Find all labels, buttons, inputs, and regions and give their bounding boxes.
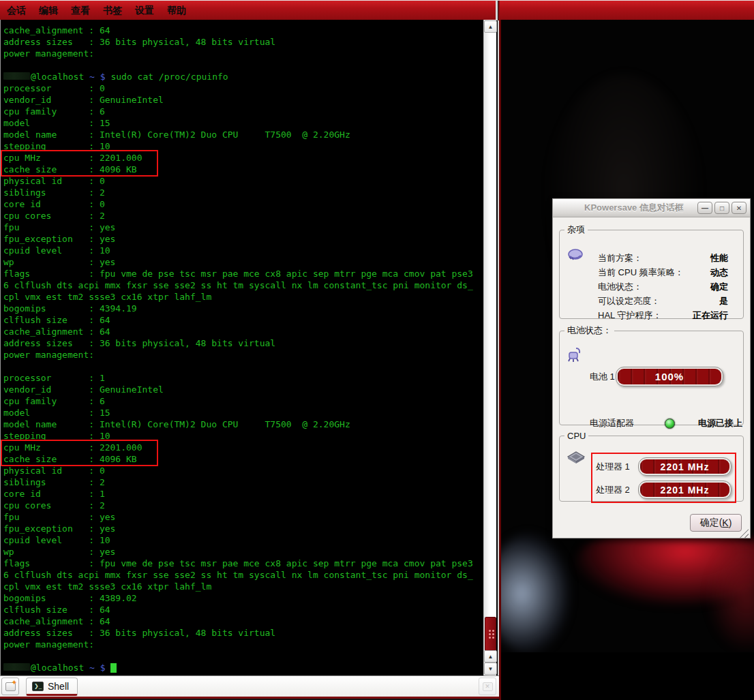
ok-button[interactable]: 确定(K) [690,514,742,532]
scrollbar-thumb[interactable] [485,617,496,651]
menu-help[interactable]: 帮助 [167,5,186,17]
background-photo [501,652,754,700]
menu-items: 会话 编辑 查看 书签 设置 帮助 [7,1,186,20]
power-plug-icon [567,346,584,363]
kpowersave-icon [567,245,584,262]
close-tab-icon: ✕ [483,682,493,691]
terminal-line: address sizes : 36 bits physical, 48 bit… [3,36,473,48]
cpu-row: 处理器 1 2201 MHz [596,457,732,476]
terminal-output: cache_alignment : 64address sizes : 36 b… [1,20,473,673]
scroll-up-icon[interactable]: ▲ [484,20,497,33]
cpu-frequency-bar: 2201 MHz [638,481,732,499]
terminal-line: model : 15 [3,407,473,419]
terminal-line [3,59,473,71]
kpowersave-dialog: KPowersave 信息对话框 — □ ✕ 杂项 [552,198,751,538]
close-tab-button[interactable]: ✕ [479,678,496,695]
terminal-line: processor : 1 [3,372,473,384]
dialog-title: KPowersave 信息对话框 [553,202,697,214]
maximize-button[interactable]: □ [714,202,729,214]
window-separator [496,1,500,20]
menu-edit[interactable]: 编辑 [39,5,58,17]
terminal-line: core id : 0 [3,198,473,210]
terminal-line: cache size : 4096 KB [3,453,473,465]
row-value: 正在运行 [693,309,728,322]
scroll-down-icon[interactable]: ▼ [484,663,497,675]
cpu-rows: 处理器 1 2201 MHz 处理器 2 2201 MHz [596,457,732,499]
terminal-screen[interactable]: cache_alignment : 64address sizes : 36 b… [0,20,499,675]
terminal-scrollbar[interactable]: ▲ ▲ ▼ [483,20,496,675]
row-value: 是 [719,295,728,307]
terminal-line: flags : fpu vme de pse tsc msr pae mce c… [3,268,473,279]
tab-bar: ❯_ Shell ✕ [0,675,499,696]
terminal-line: cache size : 4096 KB [3,164,473,175]
info-row: 当前 CPU 频率策略： 动态 [598,265,728,279]
terminal-line: stepping : 10 [3,430,473,442]
terminal-line: core id : 1 [3,488,473,500]
terminal-line: cache_alignment : 64 [3,615,473,627]
terminal-line: address sizes : 36 bits physical, 48 bit… [3,337,473,349]
terminal-line: cpu cores : 2 [3,210,473,222]
menu-session[interactable]: 会话 [7,5,26,17]
terminal-line: model name : Intel(R) Core(TM)2 Duo CPU … [3,419,473,430]
terminal-line: wp : yes [3,546,473,558]
terminal-line: power management: [3,639,473,650]
terminal-line: cpuid level : 10 [3,245,473,256]
terminal-line: cache_alignment : 64 [3,326,473,337]
info-row: HAL 守护程序： 正在运行 [598,308,728,322]
terminal-line: bogomips : 4389.02 [3,592,473,604]
row-label: 可以设定亮度： [598,295,660,307]
terminal-line: address sizes : 36 bits physical, 48 bit… [3,627,473,639]
terminal-line: 6 clflush dts acpi mmx fxsr sse sse2 ss … [3,279,473,291]
cpu-groupbox: CPU 处理器 1 2201 MHz [559,431,744,502]
row-value: 性能 [710,252,728,264]
terminal-line: power management: [3,48,473,59]
desktop: 会话 编辑 查看 书签 设置 帮助 cache_alignment : 64ad… [0,0,754,700]
info-row: 当前方案： 性能 [598,251,728,265]
terminal-line: power management: [3,349,473,361]
terminal-line: fpu : yes [3,222,473,233]
info-row: 电池状态： 确定 [598,279,728,294]
cpu-frequency-value: 2201 MHz [661,485,710,496]
terminal-line: stepping : 10 [3,140,473,152]
terminal-line [3,650,473,662]
terminal-line: @localhost ~ $ sudo cat /proc/cpuinfo [3,71,473,82]
battery-row: 电池 1 100% [590,367,723,386]
minimize-button[interactable]: — [697,202,712,214]
dialog-titlebar[interactable]: KPowersave 信息对话框 — □ ✕ [553,199,750,217]
row-label: 当前方案： [598,252,642,264]
menu-bookmarks[interactable]: 书签 [103,5,122,17]
scroll-up-icon[interactable]: ▲ [484,650,497,663]
terminal-line: vendor_id : GenuineIntel [3,94,473,106]
cpu-chip-icon [567,451,584,467]
adapter-label: 电源适配器 [590,417,665,429]
terminal-menubar: 会话 编辑 查看 书签 设置 帮助 [0,0,754,20]
terminal-line: cache_alignment : 64 [3,25,473,36]
menu-view[interactable]: 查看 [71,5,90,17]
close-button[interactable]: ✕ [732,202,747,214]
battery-legend: 电池状态： [564,324,614,337]
redacted-username [3,663,30,671]
terminal-line: clflush size : 64 [3,314,473,326]
misc-legend: 杂项 [564,224,588,236]
terminal-line: vendor_id : GenuineIntel [3,384,473,395]
terminal-line: fpu_exception : yes [3,523,473,534]
row-value: 确定 [710,281,728,293]
row-label: 电池状态： [598,281,642,293]
terminal-line: cpuid level : 10 [3,534,473,546]
info-row: 可以设定亮度： 是 [598,294,728,308]
terminal-line: model : 15 [3,117,473,129]
misc-rows: 当前方案： 性能 当前 CPU 频率策略： 动态 电池状态： 确定 可以设定亮度… [598,251,728,322]
terminal-line: wp : yes [3,256,473,268]
window-bottom-border [0,696,499,700]
new-tab-button[interactable] [1,678,19,695]
tab-label: Shell [48,681,69,692]
terminal-line: flags : fpu vme de pse tsc msr pae mce c… [3,558,473,569]
tab-shell[interactable]: ❯_ Shell [26,678,78,696]
terminal-line: 6 clflush dts acpi mmx fxsr sse sse2 ss … [3,569,473,581]
cpu-frequency-bar: 2201 MHz [638,457,732,476]
terminal-line: cpu MHz : 2201.000 [3,442,473,453]
adapter-row: 电源适配器 电源已接上 [590,417,742,429]
terminal-line: fpu_exception : yes [3,233,473,245]
terminal-line: cpl vmx est tm2 ssse3 cx16 xtpr lahf_lm [3,291,473,303]
menu-settings[interactable]: 设置 [135,5,154,17]
